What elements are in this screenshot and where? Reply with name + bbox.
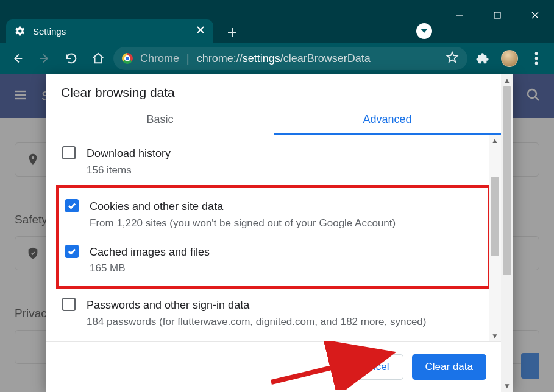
gear-icon — [15, 26, 26, 37]
svg-point-11 — [535, 52, 538, 55]
dialog-footer: Cancel Clear data — [46, 341, 501, 392]
svg-point-13 — [535, 62, 538, 65]
list-item-passwords[interactable]: Passwords and other sign-in data 184 pas… — [46, 290, 501, 335]
item-primary: Cached images and files — [90, 243, 210, 261]
dialog-tabs: Basic Advanced — [46, 105, 501, 135]
home-button[interactable] — [87, 47, 110, 70]
titlebar — [0, 0, 554, 10]
url-path: chrome://settings/clearBrowserData — [197, 52, 371, 65]
svg-marker-10 — [447, 52, 458, 61]
dialog-list: Download history 156 items Cookies and o… — [46, 135, 501, 341]
tab-title: Settings — [33, 26, 189, 37]
checkbox[interactable] — [62, 146, 76, 159]
svg-point-12 — [535, 57, 538, 60]
tab-basic[interactable]: Basic — [46, 105, 274, 135]
item-secondary: From 1,220 sites (you won't be signed ou… — [90, 215, 396, 231]
clear-data-button[interactable]: Clear data — [412, 354, 486, 380]
extensions-button[interactable] — [471, 47, 494, 70]
item-primary: Passwords and other sign-in data — [87, 296, 427, 314]
new-tab-button[interactable] — [222, 22, 243, 43]
cancel-button[interactable]: Cancel — [343, 354, 403, 380]
svg-rect-1 — [494, 12, 500, 18]
list-scrollbar[interactable]: ▲ ▼ — [489, 135, 501, 341]
item-secondary: 165 MB — [90, 261, 210, 276]
scroll-down-icon[interactable]: ▼ — [501, 380, 513, 392]
scroll-down-icon[interactable]: ▼ — [489, 331, 501, 341]
item-primary: Cookies and other site data — [90, 198, 396, 215]
checkbox[interactable] — [65, 245, 79, 258]
forward-button[interactable] — [33, 47, 56, 70]
item-secondary: 156 items — [87, 163, 171, 178]
address-bar: Chrome | chrome://settings/clearBrowserD… — [0, 43, 554, 74]
back-button[interactable] — [6, 47, 29, 70]
url-origin-label: Chrome — [140, 52, 179, 65]
chrome-icon — [122, 53, 133, 64]
list-item-cache[interactable]: Cached images and files 165 MB — [59, 237, 488, 282]
checkbox[interactable] — [65, 199, 79, 212]
menu-button[interactable] — [525, 47, 548, 70]
dialog-title: Clear browsing data — [46, 74, 501, 105]
scroll-up-icon[interactable]: ▲ — [501, 74, 513, 86]
item-secondary: 184 passwords (for flutterwave.com, dign… — [87, 314, 427, 330]
checkbox[interactable] — [62, 298, 76, 311]
tab-advanced[interactable]: Advanced — [274, 105, 501, 135]
tab-search-button[interactable] — [416, 23, 432, 39]
list-item-download-history[interactable]: Download history 156 items — [46, 139, 501, 184]
clear-browsing-data-dialog: Clear browsing data Basic Advanced Downl… — [46, 74, 513, 392]
omnibox[interactable]: Chrome | chrome://settings/clearBrowserD… — [113, 47, 467, 70]
annotation-highlight: Cookies and other site data From 1,220 s… — [56, 185, 491, 289]
profile-avatar[interactable] — [498, 47, 521, 70]
bookmark-star-icon[interactable] — [446, 51, 459, 67]
scroll-up-icon[interactable]: ▲ — [489, 135, 501, 146]
reload-button[interactable] — [60, 47, 83, 70]
close-tab-button[interactable] — [196, 26, 205, 37]
item-primary: Download history — [87, 145, 171, 163]
list-item-cookies[interactable]: Cookies and other site data From 1,220 s… — [59, 192, 488, 237]
dialog-scrollbar[interactable]: ▲ ▼ — [501, 74, 513, 392]
browser-tab[interactable]: Settings — [6, 19, 213, 43]
url-divider: | — [186, 52, 190, 65]
